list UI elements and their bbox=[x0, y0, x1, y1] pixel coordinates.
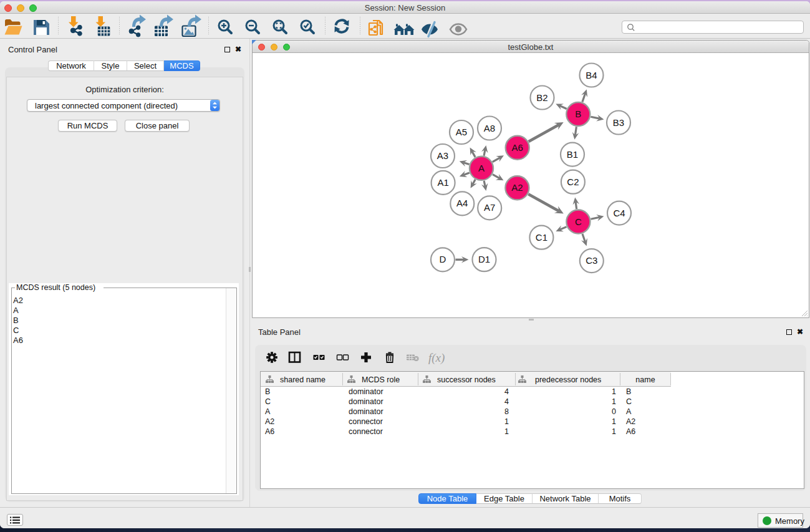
svg-text:C2: C2 bbox=[567, 177, 579, 187]
svg-text:A2: A2 bbox=[511, 182, 523, 193]
svg-text:B: B bbox=[575, 109, 581, 119]
svg-text:predecessor nodes: predecessor nodes bbox=[535, 375, 601, 384]
svg-text:A5: A5 bbox=[456, 127, 467, 137]
svg-text:B2: B2 bbox=[536, 92, 547, 103]
svg-text:A7: A7 bbox=[484, 202, 495, 213]
svg-text:A8: A8 bbox=[484, 123, 495, 133]
svg-text:A3: A3 bbox=[437, 150, 448, 161]
svg-text:B4: B4 bbox=[586, 70, 597, 80]
svg-text:D1: D1 bbox=[478, 254, 490, 264]
svg-text:successor nodes: successor nodes bbox=[437, 375, 496, 384]
svg-text:B3: B3 bbox=[613, 117, 624, 128]
svg-text:shared name: shared name bbox=[280, 375, 325, 384]
svg-text:A4: A4 bbox=[456, 198, 468, 208]
svg-text:A6: A6 bbox=[512, 142, 523, 153]
svg-text:D: D bbox=[440, 254, 446, 264]
svg-text:A: A bbox=[478, 163, 485, 173]
svg-text:C1: C1 bbox=[536, 232, 547, 243]
svg-text:C3: C3 bbox=[586, 255, 597, 266]
svg-text:A1: A1 bbox=[437, 177, 448, 188]
svg-text:B1: B1 bbox=[567, 149, 578, 160]
svg-text:MCDS role: MCDS role bbox=[362, 375, 400, 384]
svg-text:f(x): f(x) bbox=[428, 351, 445, 365]
svg-text:C: C bbox=[575, 216, 582, 227]
svg-text:C4: C4 bbox=[613, 208, 625, 218]
svg-text:name: name bbox=[635, 375, 655, 384]
